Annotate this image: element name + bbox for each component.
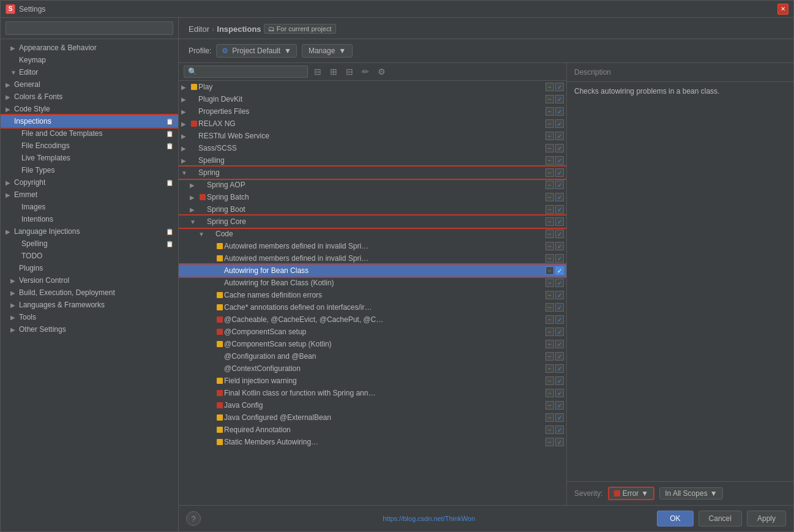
insp-row-play[interactable]: ▶ Play − xyxy=(179,81,566,93)
sidebar-item-spelling[interactable]: Spelling 📋 xyxy=(1,238,178,250)
profile-dropdown[interactable]: ⚙ Project Default ▼ xyxy=(216,44,297,58)
check-minus[interactable]: − xyxy=(545,266,554,275)
check-box[interactable] xyxy=(555,168,564,177)
check-minus[interactable]: − xyxy=(545,168,554,177)
insp-row-spring-core[interactable]: ▼ Spring Core − xyxy=(179,215,566,228)
settings-icon[interactable]: ⚙ xyxy=(375,66,388,78)
insp-row-autowired1[interactable]: Autowired members defined in invalid Spr… xyxy=(179,240,566,252)
insp-row-restful[interactable]: ▶ RESTful Web Service − xyxy=(179,130,566,142)
check-box[interactable] xyxy=(555,340,564,348)
check-minus[interactable]: − xyxy=(545,254,554,263)
check-box[interactable] xyxy=(555,328,564,336)
check-minus[interactable]: − xyxy=(545,438,554,446)
check-box[interactable] xyxy=(555,119,564,128)
check-box[interactable] xyxy=(555,291,564,299)
check-box[interactable] xyxy=(555,279,564,287)
insp-row-external-bean[interactable]: Java Configured @ExternalBean − xyxy=(179,411,566,424)
insp-row-field-injection[interactable]: Field injection warning − xyxy=(179,375,566,387)
ok-button[interactable]: OK xyxy=(657,511,693,526)
sidebar-item-general[interactable]: ▶ General xyxy=(1,78,178,91)
check-box[interactable] xyxy=(555,156,564,165)
insp-row-spring-batch[interactable]: ▶ Spring Batch − xyxy=(179,191,566,203)
check-minus[interactable]: − xyxy=(545,132,554,140)
check-box[interactable] xyxy=(555,205,564,214)
check-box[interactable] xyxy=(555,401,564,410)
check-box[interactable] xyxy=(555,254,564,263)
check-box[interactable] xyxy=(555,95,564,103)
check-minus[interactable]: − xyxy=(545,401,554,410)
edit-icon[interactable]: ✏ xyxy=(359,66,372,78)
insp-row-relax-ng[interactable]: ▶ RELAX NG − xyxy=(179,118,566,130)
check-minus[interactable]: − xyxy=(545,83,554,91)
check-minus[interactable]: − xyxy=(545,303,554,312)
check-box[interactable] xyxy=(555,266,564,275)
insp-row-spring[interactable]: ▼ Spring − xyxy=(179,167,566,179)
sidebar-item-language-injections[interactable]: ▶ Language Injections 📋 xyxy=(1,225,178,238)
insp-row-java-config[interactable]: Java Config − xyxy=(179,399,566,411)
insp-row-spelling[interactable]: ▶ Spelling − xyxy=(179,154,566,167)
insp-row-cacheable[interactable]: @Cacheable, @CacheEvict, @CachePut, @C… … xyxy=(179,313,566,326)
check-minus[interactable]: − xyxy=(545,279,554,287)
sidebar-item-file-types[interactable]: File Types xyxy=(1,164,178,176)
check-minus[interactable]: − xyxy=(545,107,554,116)
sidebar-item-inspections[interactable]: Inspections 📋 xyxy=(1,115,178,127)
insp-row-properties[interactable]: ▶ Properties Files − xyxy=(179,105,566,118)
sidebar-item-file-code-templates[interactable]: File and Code Templates 📋 xyxy=(1,127,178,140)
check-minus[interactable]: − xyxy=(545,217,554,226)
check-box[interactable] xyxy=(555,413,564,422)
sidebar-item-languages-frameworks[interactable]: ▶ Languages & Frameworks xyxy=(1,299,178,311)
manage-button[interactable]: Manage ▼ xyxy=(302,44,353,58)
apply-button[interactable]: Apply xyxy=(747,511,786,526)
check-minus[interactable]: − xyxy=(545,340,554,348)
insp-row-component-scan-kotlin[interactable]: @ComponentScan setup (Kotlin) − xyxy=(179,338,566,350)
insp-row-plugin-devkit[interactable]: ▶ Plugin DevKit − xyxy=(179,93,566,105)
expand-icon[interactable]: ⊞ xyxy=(328,66,340,78)
check-minus[interactable]: − xyxy=(545,156,554,165)
check-minus[interactable]: − xyxy=(545,291,554,299)
insp-row-final-kotlin[interactable]: Final Kotlin class or function with Spri… xyxy=(179,387,566,399)
insp-row-cache-names[interactable]: Cache names definition errors − xyxy=(179,289,566,301)
sidebar-item-emmet[interactable]: ▶ Emmet xyxy=(1,189,178,201)
check-minus[interactable]: − xyxy=(545,425,554,434)
check-box[interactable] xyxy=(555,242,564,250)
sidebar-item-images[interactable]: Images xyxy=(1,201,178,213)
check-box[interactable] xyxy=(555,217,564,226)
check-box[interactable] xyxy=(555,389,564,397)
check-box[interactable] xyxy=(555,425,564,434)
sidebar-item-editor[interactable]: ▼ Editor xyxy=(1,66,178,78)
check-box[interactable] xyxy=(555,107,564,116)
sidebar-item-plugins[interactable]: Plugins xyxy=(1,262,178,274)
check-minus[interactable]: − xyxy=(545,328,554,336)
sidebar-item-tools[interactable]: ▶ Tools xyxy=(1,311,178,323)
check-box[interactable] xyxy=(555,132,564,140)
sidebar-search-input[interactable] xyxy=(6,21,173,35)
sidebar-item-intentions[interactable]: Intentions xyxy=(1,213,178,225)
check-minus[interactable]: − xyxy=(545,413,554,422)
insp-row-component-scan[interactable]: @ComponentScan setup − xyxy=(179,326,566,338)
sidebar-item-keymap[interactable]: Keymap xyxy=(1,54,178,66)
check-minus[interactable]: − xyxy=(545,364,554,373)
check-minus[interactable]: − xyxy=(545,95,554,103)
help-button[interactable]: ? xyxy=(186,511,201,526)
check-box[interactable] xyxy=(555,230,564,238)
check-box[interactable] xyxy=(555,315,564,324)
severity-dropdown[interactable]: Error ▼ xyxy=(608,487,655,500)
check-minus[interactable]: − xyxy=(545,193,554,201)
check-minus[interactable]: − xyxy=(545,181,554,189)
sidebar-item-file-encodings[interactable]: File Encodings 📋 xyxy=(1,140,178,152)
insp-row-required-annotation[interactable]: Required Annotation − xyxy=(179,424,566,436)
close-button[interactable]: ✕ xyxy=(777,4,788,15)
check-box[interactable] xyxy=(555,352,564,361)
sidebar-item-code-style[interactable]: ▶ Code Style xyxy=(1,103,178,115)
check-box[interactable] xyxy=(555,364,564,373)
insp-row-spring-aop[interactable]: ▶ Spring AOP − xyxy=(179,179,566,191)
check-minus[interactable]: − xyxy=(545,315,554,324)
sidebar-item-version-control[interactable]: ▶ Version Control xyxy=(1,274,178,287)
insp-row-static-members[interactable]: Static Members Autowiring… − xyxy=(179,436,566,448)
check-box[interactable] xyxy=(555,83,564,91)
sidebar-item-appearance[interactable]: ▶ Appearance & Behavior xyxy=(1,42,178,54)
insp-row-autowiring-kotlin[interactable]: Autowiring for Bean Class (Kotlin) − xyxy=(179,277,566,289)
sidebar-item-live-templates[interactable]: Live Templates xyxy=(1,152,178,164)
collapse-icon[interactable]: ⊟ xyxy=(343,66,356,78)
check-minus[interactable]: − xyxy=(545,144,554,152)
